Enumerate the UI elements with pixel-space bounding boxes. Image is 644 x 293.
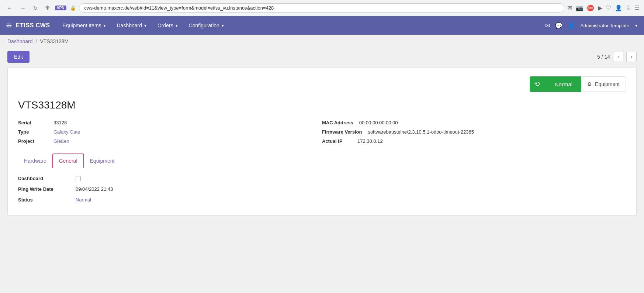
dashboard-checkbox[interactable] <box>76 176 81 181</box>
tab-equipment[interactable]: Equipment <box>84 154 121 168</box>
type-value[interactable]: Galaxy Gate <box>53 129 80 135</box>
breadcrumb: Dashboard / VTS33128M <box>0 35 644 48</box>
status-label: Status <box>18 197 70 203</box>
toolbar: Edit 5 / 14 ‹ › <box>0 48 644 67</box>
pagination: 5 / 14 ‹ › <box>597 52 637 62</box>
app-name: ETISS CWS <box>16 22 50 29</box>
refresh-icon: ↻ <box>533 79 542 89</box>
lock-icon: 🔒 <box>70 5 76 11</box>
url-text: cws-demo.maxcrc.de/web#id=11&view_type=f… <box>84 5 274 11</box>
mac-value: 00:00:00:00:00:00 <box>359 120 398 125</box>
app-logo: ⁜ ETISS CWS <box>6 21 50 30</box>
fields-right: MAC Address 00:00:00:00:00:00 Firmware V… <box>322 120 626 148</box>
browser-action-icon[interactable]: ✉ <box>567 4 572 11</box>
record-card: ↻ Normal ⚙ Equipment VTS33128M Serial 33… <box>7 67 637 216</box>
browser-action-icon7[interactable]: ⇩ <box>626 4 631 11</box>
nav-configuration[interactable]: Configuration ▼ <box>184 16 230 35</box>
pagination-text: 5 / 14 <box>597 54 610 60</box>
dashboard-label: Dashboard <box>18 176 70 181</box>
tab-general[interactable]: General <box>52 154 84 168</box>
forward-button[interactable]: → <box>18 4 28 12</box>
card-status-bar: ↻ Normal ⚙ Equipment <box>18 76 626 92</box>
nav-orders[interactable]: Orders ▼ <box>152 16 184 35</box>
tabs-bar: Hardware General Equipment <box>8 154 636 168</box>
nav-arrow-icon: ▼ <box>143 24 147 28</box>
status-equipment-button[interactable]: ⚙ Equipment <box>581 76 626 92</box>
nav-equipment-items[interactable]: Equipment Items ▼ <box>58 16 112 35</box>
nav-arrow-icon: ▼ <box>103 24 107 28</box>
browser-action-icon4[interactable]: ▶ <box>598 4 602 11</box>
fields-left: Serial 33128 Type Galaxy Gate Project Gi… <box>18 120 322 148</box>
field-type: Type Galaxy Gate <box>18 129 311 135</box>
grid-button[interactable]: ⁜ <box>43 4 52 12</box>
project-value[interactable]: Gießen <box>53 138 69 144</box>
serial-value: 33128 <box>53 120 67 125</box>
general-tab-content: Dashboard Ping Write Date 09/04/2022 21:… <box>18 168 626 215</box>
nav-arrow-icon: ▼ <box>221 24 225 28</box>
nav-dashboard[interactable]: Dashboard ▼ <box>111 16 152 35</box>
breadcrumb-separator: / <box>36 38 37 44</box>
app-grid-icon[interactable]: ⁜ <box>6 21 12 30</box>
card-separator <box>8 215 636 216</box>
address-bar[interactable]: cws-demo.maxcrc.de/web#id=11&view_type=f… <box>79 3 564 13</box>
field-ip: Actual IP 172.30.0.12 <box>322 138 615 144</box>
firmware-label: Firmware Version <box>322 129 362 135</box>
serial-label: Serial <box>18 120 48 125</box>
status-value[interactable]: Normal <box>76 197 91 203</box>
status-normal-button[interactable]: Normal <box>546 76 581 92</box>
firmware-value: softwarebausteine/2.3.10.5.1-odoo-timeou… <box>368 129 474 135</box>
fields-container: Serial 33128 Type Galaxy Gate Project Gi… <box>18 120 626 148</box>
browser-action-icon3[interactable]: ⛔ <box>587 4 594 11</box>
prev-record-button[interactable]: ‹ <box>613 52 623 62</box>
edit-button[interactable]: Edit <box>7 51 30 63</box>
main-content: ↻ Normal ⚙ Equipment VTS33128M Serial 33… <box>0 67 644 223</box>
next-record-button[interactable]: › <box>626 52 637 62</box>
app-header: ⁜ ETISS CWS Equipment Items ▼ Dashboard … <box>0 16 644 35</box>
app-nav: Equipment Items ▼ Dashboard ▼ Orders ▼ C… <box>58 16 546 35</box>
refresh-button[interactable]: ↻ <box>31 4 40 12</box>
mac-label: MAC Address <box>322 120 353 125</box>
browser-action-icon6[interactable]: 👤 <box>615 4 622 11</box>
ping-write-date-label: Ping Write Date <box>18 186 70 192</box>
tab-hardware[interactable]: Hardware <box>18 154 52 168</box>
user-icon[interactable]: 👤 <box>568 22 575 29</box>
nav-arrow-icon: ▼ <box>175 24 179 28</box>
app-header-right: ✉ 💬 👤 Administrator Template ▼ <box>545 22 638 29</box>
field-dashboard: Dashboard <box>18 176 626 181</box>
breadcrumb-current: VTS33128M <box>40 38 69 44</box>
breadcrumb-parent[interactable]: Dashboard <box>7 38 33 44</box>
ip-label: Actual IP <box>322 138 352 144</box>
project-label: Project <box>18 138 48 144</box>
type-label: Type <box>18 129 48 135</box>
field-serial: Serial 33128 <box>18 120 311 125</box>
field-status: Status Normal <box>18 197 626 203</box>
field-ping-write-date: Ping Write Date 09/04/2022 21:43 <box>18 186 626 192</box>
email-icon[interactable]: ✉ <box>545 22 550 29</box>
field-mac: MAC Address 00:00:00:00:00:00 <box>322 120 615 125</box>
admin-label[interactable]: Administrator Template <box>580 23 629 28</box>
admin-menu-arrow: ▼ <box>634 24 638 28</box>
record-title: VTS33128M <box>18 99 626 111</box>
browser-action-icon5[interactable]: ♡ <box>606 4 611 11</box>
field-firmware: Firmware Version softwarebausteine/2.3.1… <box>322 129 615 135</box>
browser-action-icon2[interactable]: 📷 <box>576 4 583 11</box>
browser-actions: ✉ 📷 ⛔ ▶ ♡ 👤 ⇩ ☰ <box>567 4 640 11</box>
gear-icon: ⚙ <box>587 81 592 87</box>
field-project: Project Gießen <box>18 138 311 144</box>
browser-chrome: ← → ↻ ⁜ VPN 🔒 cws-demo.maxcrc.de/web#id=… <box>0 0 644 16</box>
browser-action-icon8[interactable]: ☰ <box>634 4 640 11</box>
status-refresh-button[interactable]: ↻ <box>530 76 546 92</box>
vpn-badge: VPN <box>55 6 66 10</box>
chat-icon[interactable]: 💬 <box>555 22 562 29</box>
ip-value: 172.30.0.12 <box>357 138 383 144</box>
ping-write-date-value: 09/04/2022 21:43 <box>76 186 113 192</box>
back-button[interactable]: ← <box>4 4 15 12</box>
